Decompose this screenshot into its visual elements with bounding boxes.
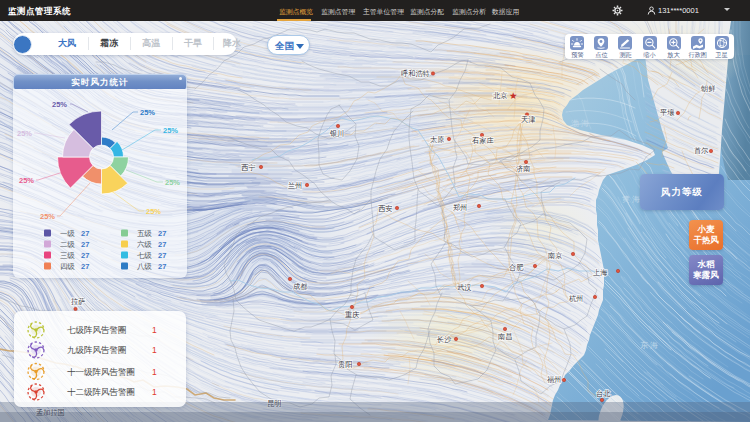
svg-text:27: 27 xyxy=(158,251,166,260)
svg-text:25%: 25% xyxy=(52,100,67,109)
svg-text:六级: 六级 xyxy=(137,240,153,249)
svg-text:25%: 25% xyxy=(17,129,32,138)
svg-text:八级: 八级 xyxy=(137,262,153,271)
svg-text:27: 27 xyxy=(158,262,166,271)
svg-text:25%: 25% xyxy=(19,176,34,185)
svg-text:七级阵风告警圈: 七级阵风告警圈 xyxy=(67,325,127,335)
svg-text:九级阵风告警圈: 九级阵风告警圈 xyxy=(67,345,127,355)
svg-text:27: 27 xyxy=(81,229,89,238)
svg-text:27: 27 xyxy=(158,240,166,249)
svg-text:25%: 25% xyxy=(40,212,55,221)
svg-text:1: 1 xyxy=(152,367,157,377)
svg-text:1: 1 xyxy=(152,325,157,335)
svg-text:二级: 二级 xyxy=(60,240,76,249)
svg-text:25%: 25% xyxy=(146,207,161,216)
svg-text:四级: 四级 xyxy=(60,262,76,271)
svg-text:27: 27 xyxy=(81,240,89,249)
svg-text:三级: 三级 xyxy=(60,251,76,260)
svg-text:27: 27 xyxy=(158,229,166,238)
svg-text:27: 27 xyxy=(81,251,89,260)
svg-text:25%: 25% xyxy=(140,108,155,117)
svg-text:一级: 一级 xyxy=(60,229,76,238)
svg-text:七级: 七级 xyxy=(137,251,153,260)
svg-text:25%: 25% xyxy=(163,126,178,135)
svg-text:十二级阵风告警圈: 十二级阵风告警圈 xyxy=(67,387,135,397)
svg-text:五级: 五级 xyxy=(137,229,153,238)
svg-text:1: 1 xyxy=(152,345,157,355)
svg-text:27: 27 xyxy=(81,262,89,271)
svg-text:十一级阵风告警圈: 十一级阵风告警圈 xyxy=(67,367,135,377)
svg-text:1: 1 xyxy=(152,387,157,397)
svg-text:25%: 25% xyxy=(165,178,180,187)
